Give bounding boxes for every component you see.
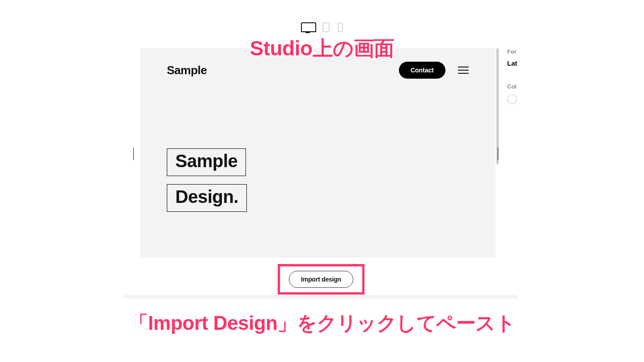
resize-handle-right[interactable] — [498, 147, 498, 160]
color-label: Col — [507, 83, 521, 90]
contact-button[interactable]: Contact — [399, 62, 445, 79]
device-desktop-icon[interactable] — [301, 22, 314, 32]
hero-word-2[interactable]: Design. — [167, 184, 247, 212]
device-switcher — [301, 22, 343, 32]
import-highlight: Import design — [278, 264, 364, 295]
site-logo[interactable]: Sample — [167, 63, 207, 77]
design-canvas[interactable]: Sample Contact Sample Design. — [140, 48, 496, 257]
annotation-bottom: 「Import Design」をクリックしてペースト — [129, 310, 516, 337]
import-row: Import design — [124, 266, 518, 293]
hamburger-icon[interactable] — [458, 67, 469, 74]
divider — [124, 295, 518, 299]
resize-handle-left[interactable] — [133, 147, 134, 160]
hero-word-1[interactable]: Sample — [167, 148, 246, 176]
annotation-top: Studio上の画面 — [250, 35, 394, 63]
page-header: Sample Contact — [140, 62, 496, 79]
side-panel: For Lat Col — [507, 48, 521, 104]
scrollbar[interactable] — [496, 48, 499, 164]
font-value[interactable]: Lat — [507, 59, 521, 67]
import-design-button[interactable]: Import design — [289, 271, 353, 288]
hero: Sample Design. — [167, 148, 247, 212]
color-swatch[interactable] — [507, 94, 517, 104]
device-mobile-icon[interactable] — [338, 22, 343, 32]
header-right: Contact — [399, 62, 469, 79]
device-tablet-icon[interactable] — [322, 22, 330, 32]
font-label: For — [507, 48, 521, 55]
